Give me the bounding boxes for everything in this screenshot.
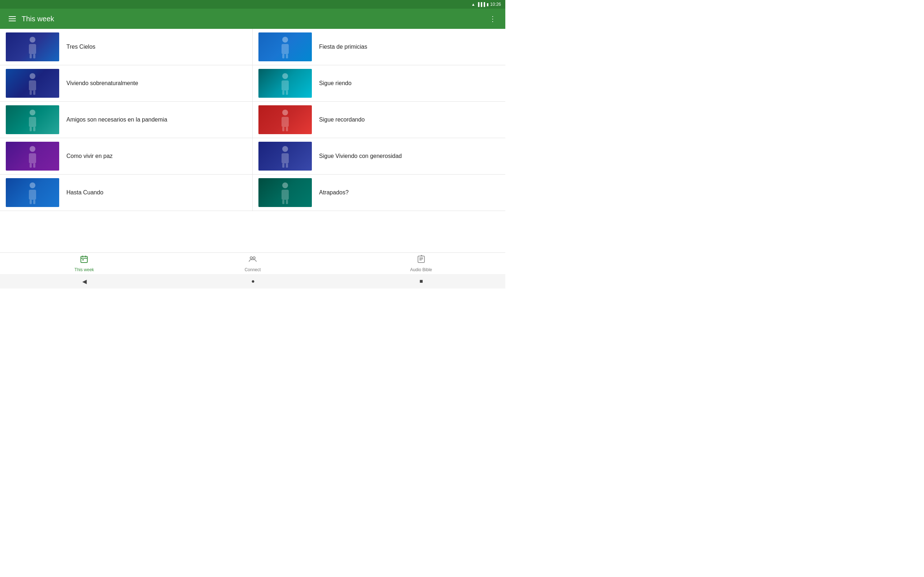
recents-button[interactable]: ■ bbox=[411, 275, 432, 287]
svg-rect-15 bbox=[286, 90, 288, 95]
thumbnail-1 bbox=[6, 32, 59, 61]
svg-rect-17 bbox=[29, 117, 36, 127]
app-bar-title: This week bbox=[22, 15, 486, 23]
svg-rect-11 bbox=[33, 90, 36, 95]
list-item[interactable]: Sigue riendo bbox=[253, 65, 505, 102]
svg-rect-26 bbox=[30, 163, 32, 168]
list-item[interactable]: Como vivir en paz bbox=[0, 138, 253, 174]
svg-rect-10 bbox=[30, 90, 32, 95]
svg-rect-25 bbox=[29, 153, 36, 163]
thumbnail-5 bbox=[6, 105, 59, 134]
signal-icon: ▐▐▐ bbox=[477, 2, 485, 6]
svg-rect-6 bbox=[282, 54, 284, 58]
list-item[interactable]: Atrapados? bbox=[253, 174, 505, 211]
svg-point-24 bbox=[30, 146, 36, 152]
battery-icon: ▮ bbox=[486, 2, 489, 7]
thumbnail-9 bbox=[6, 178, 59, 207]
list-item[interactable]: Tres Cielos bbox=[0, 29, 253, 65]
svg-rect-39 bbox=[286, 200, 288, 204]
svg-rect-19 bbox=[33, 127, 36, 131]
svg-rect-21 bbox=[281, 117, 289, 127]
item-title-5: Amigos son necesarios en la pandemia bbox=[66, 116, 167, 123]
list-item[interactable]: Sigue Viviendo con generosidad bbox=[253, 138, 505, 174]
svg-point-45 bbox=[250, 257, 252, 259]
system-nav-bar: ◀ ● ■ bbox=[0, 274, 505, 288]
svg-rect-3 bbox=[33, 54, 36, 58]
back-button[interactable]: ◀ bbox=[74, 275, 95, 288]
list-item[interactable]: Fiesta de primicias bbox=[253, 29, 505, 65]
hamburger-line-1 bbox=[9, 16, 16, 17]
svg-point-36 bbox=[282, 182, 288, 188]
list-item[interactable]: Sigue recordando bbox=[253, 102, 505, 138]
svg-point-46 bbox=[253, 257, 255, 259]
item-title-8: Sigue Viviendo con generosidad bbox=[319, 153, 402, 160]
svg-rect-31 bbox=[286, 163, 288, 168]
status-time: 10:26 bbox=[490, 2, 501, 7]
hamburger-line-3 bbox=[9, 21, 16, 21]
thumbnail-2 bbox=[258, 32, 312, 61]
item-title-1: Tres Cielos bbox=[66, 44, 95, 50]
svg-rect-44 bbox=[82, 259, 84, 260]
thumbnail-10 bbox=[258, 178, 312, 207]
svg-rect-37 bbox=[281, 190, 289, 200]
svg-rect-38 bbox=[282, 200, 284, 204]
svg-rect-27 bbox=[33, 163, 36, 168]
nav-label-this-week: This week bbox=[74, 267, 94, 272]
wifi-icon: ▲ bbox=[472, 2, 475, 6]
svg-rect-47 bbox=[418, 256, 425, 263]
svg-rect-5 bbox=[281, 44, 289, 54]
svg-rect-30 bbox=[282, 163, 284, 168]
svg-point-4 bbox=[282, 37, 288, 43]
more-options-button[interactable]: ⋮ bbox=[486, 14, 499, 24]
list-item[interactable]: Amigos son necesarios en la pandemia bbox=[0, 102, 253, 138]
svg-rect-33 bbox=[29, 190, 36, 200]
thumbnail-8 bbox=[258, 142, 312, 171]
status-bar: ▲ ▐▐▐ ▮ 10:26 bbox=[0, 0, 505, 9]
calendar-icon bbox=[80, 255, 89, 266]
list-item[interactable]: Viviendo sobrenaturalmente bbox=[0, 65, 253, 102]
item-title-9: Hasta Cuando bbox=[66, 189, 103, 196]
bottom-nav: This week Connect Audio Bible bbox=[0, 253, 505, 274]
svg-rect-22 bbox=[282, 127, 284, 131]
item-title-3: Viviendo sobrenaturalmente bbox=[66, 80, 138, 87]
status-icons: ▲ ▐▐▐ ▮ 10:26 bbox=[472, 2, 501, 7]
item-title-6: Sigue recordando bbox=[319, 116, 365, 123]
svg-point-16 bbox=[30, 110, 36, 115]
hamburger-line-2 bbox=[9, 18, 16, 19]
app-bar: This week ⋮ bbox=[0, 9, 505, 29]
nav-item-this-week[interactable]: This week bbox=[0, 253, 168, 274]
item-title-4: Sigue riendo bbox=[319, 80, 352, 87]
thumbnail-4 bbox=[258, 69, 312, 98]
svg-point-12 bbox=[282, 73, 288, 79]
thumbnail-7 bbox=[6, 142, 59, 171]
svg-point-28 bbox=[282, 146, 288, 152]
svg-rect-40 bbox=[81, 256, 87, 263]
nav-label-audio-bible: Audio Bible bbox=[410, 267, 432, 272]
svg-point-20 bbox=[282, 110, 288, 115]
thumbnail-3 bbox=[6, 69, 59, 98]
nav-label-connect: Connect bbox=[245, 267, 261, 272]
svg-rect-29 bbox=[281, 153, 289, 163]
list-item[interactable]: Hasta Cuando bbox=[0, 174, 253, 211]
svg-rect-35 bbox=[33, 200, 36, 204]
hamburger-menu-button[interactable] bbox=[6, 13, 19, 24]
connect-icon bbox=[248, 255, 257, 266]
svg-rect-13 bbox=[281, 81, 289, 90]
item-title-10: Atrapados? bbox=[319, 189, 349, 196]
item-title-2: Fiesta de primicias bbox=[319, 44, 367, 50]
home-button[interactable]: ● bbox=[242, 275, 263, 287]
content-area: Tres Cielos Fiesta de primicias bbox=[0, 29, 505, 253]
svg-rect-23 bbox=[286, 127, 288, 131]
nav-item-connect[interactable]: Connect bbox=[168, 253, 337, 274]
nav-item-audio-bible[interactable]: Audio Bible bbox=[337, 253, 505, 274]
svg-rect-18 bbox=[30, 127, 32, 131]
svg-rect-2 bbox=[30, 54, 32, 58]
svg-rect-9 bbox=[29, 81, 36, 90]
audio-bible-icon bbox=[417, 255, 426, 266]
svg-point-8 bbox=[30, 73, 36, 79]
svg-point-0 bbox=[30, 37, 36, 43]
item-title-7: Como vivir en paz bbox=[66, 153, 113, 160]
svg-rect-34 bbox=[30, 200, 32, 204]
thumbnail-6 bbox=[258, 105, 312, 134]
svg-point-32 bbox=[30, 182, 36, 188]
